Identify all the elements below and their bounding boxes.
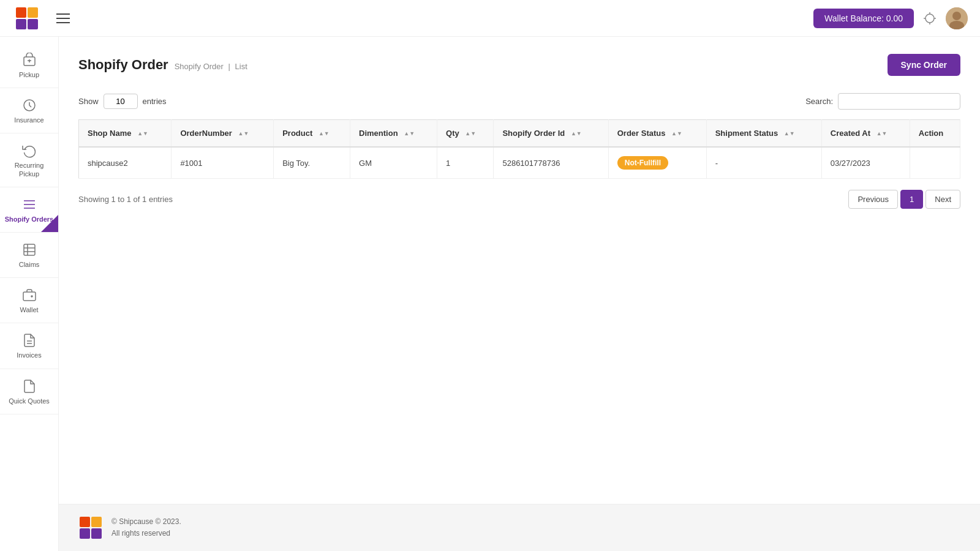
status-badge: Not-Fullfill (617, 156, 668, 170)
svg-rect-1 (28, 7, 38, 18)
footer-logo (78, 515, 103, 540)
sort-icon-product: ▲▼ (318, 131, 330, 137)
svg-point-24 (31, 296, 32, 297)
sidebar-label-pickup: Pickup (19, 71, 39, 79)
col-product[interactable]: Product ▲▼ (274, 120, 350, 148)
sidebar-item-pickup[interactable]: Pickup (0, 43, 58, 88)
footer-text: © Shipcause © 2023. All rights reserved (111, 516, 181, 539)
col-qty[interactable]: Qty ▲▼ (437, 120, 494, 148)
sidebar-item-invoices[interactable]: Invoices (0, 323, 58, 369)
cell-shipment-status: - (706, 147, 821, 179)
svg-rect-23 (23, 292, 36, 301)
col-action: Action (910, 120, 960, 148)
sidebar-label-claims: Claims (19, 261, 40, 269)
svg-point-4 (925, 14, 934, 23)
cell-order-status: Not-Fullfill (608, 147, 706, 179)
sidebar-label-invoices: Invoices (17, 351, 41, 359)
table-controls: Show entries Search: (78, 93, 960, 110)
sync-order-button[interactable]: Sync Order (888, 54, 960, 76)
col-order-status[interactable]: Order Status ▲▼ (608, 120, 706, 148)
cell-shop-name: shipcause2 (79, 147, 172, 179)
col-shipment-status[interactable]: Shipment Status ▲▼ (706, 120, 821, 148)
svg-rect-0 (16, 7, 26, 18)
main-content: Shopify Order Shopify Order | List Sync … (59, 37, 980, 551)
header-right: Wallet Balance: 0.00 (813, 7, 968, 29)
menu-toggle-button[interactable] (54, 11, 72, 26)
content-area: Shopify Order Shopify Order | List Sync … (59, 37, 980, 504)
cell-product: Big Toy. (274, 147, 350, 179)
cell-shopify-order-id: 5286101778736 (494, 147, 608, 179)
svg-rect-27 (80, 517, 90, 527)
previous-button[interactable]: Previous (848, 190, 898, 209)
footer-rights: All rights reserved (111, 528, 181, 539)
sidebar-label-wallet: Wallet (20, 306, 38, 314)
svg-rect-2 (16, 19, 26, 29)
logo (12, 4, 42, 33)
cell-dimention: GM (350, 147, 437, 179)
quick-quotes-icon (21, 378, 38, 395)
sort-icon-created-at: ▲▼ (876, 131, 888, 137)
sidebar-label-recurring-pickup: Recurring Pickup (4, 162, 55, 178)
sidebar-item-claims[interactable]: Claims (0, 233, 58, 278)
svg-point-10 (952, 12, 961, 20)
crosshair-icon[interactable] (921, 10, 938, 27)
showing-text: Showing 1 to 1 of 1 entries (78, 195, 173, 204)
wallet-icon (21, 287, 38, 304)
sidebar-label-quick-quotes: Quick Quotes (9, 397, 50, 405)
recurring-pickup-icon (21, 142, 38, 159)
svg-rect-19 (24, 244, 35, 255)
sort-icon-qty: ▲▼ (465, 131, 476, 137)
svg-rect-29 (80, 528, 90, 539)
search-input[interactable] (838, 93, 960, 110)
sort-icon-shop-name: ▲▼ (137, 131, 148, 137)
svg-rect-3 (28, 19, 38, 29)
shopify-orders-icon (21, 196, 38, 213)
sidebar-item-insurance[interactable]: Insurance (0, 88, 58, 133)
layout: Pickup Insurance Recurring Pickup (0, 37, 980, 551)
invoices-icon (21, 332, 38, 349)
sidebar-item-shopify-orders[interactable]: Shopify Orders (0, 187, 58, 233)
svg-rect-30 (91, 528, 102, 539)
sidebar-item-recurring-pickup[interactable]: Recurring Pickup (0, 133, 58, 187)
sidebar-item-quick-quotes[interactable]: Quick Quotes (0, 369, 58, 414)
sidebar-label-shopify-orders: Shopify Orders (5, 216, 53, 223)
entries-label: entries (143, 97, 167, 106)
cell-action (910, 147, 960, 179)
cell-qty: 1 (437, 147, 494, 179)
show-label: Show (78, 97, 99, 106)
breadcrumb-home[interactable]: Shopify Order (175, 62, 224, 71)
col-created-at[interactable]: Created At ▲▼ (821, 120, 910, 148)
pagination-row: Showing 1 to 1 of 1 entries Previous 1 N… (78, 190, 960, 209)
sort-icon-order-status: ▲▼ (671, 131, 682, 137)
wallet-balance-button[interactable]: Wallet Balance: 0.00 (813, 9, 914, 28)
col-order-number[interactable]: OrderNumber ▲▼ (172, 120, 274, 148)
page-title: Shopify Order (78, 57, 168, 73)
col-shopify-order-id[interactable]: Shopify Order Id ▲▼ (494, 120, 608, 148)
page-1-button[interactable]: 1 (900, 190, 923, 209)
footer-copyright: © Shipcause © 2023. (111, 516, 181, 528)
avatar[interactable] (946, 7, 968, 29)
search-box: Search: (805, 93, 960, 110)
table-row: shipcause2 #1001 Big Toy. GM 1 528610177… (79, 147, 960, 179)
col-dimention[interactable]: Dimention ▲▼ (350, 120, 437, 148)
cell-created-at: 03/27/2023 (821, 147, 910, 179)
pagination: Previous 1 Next (848, 190, 960, 209)
footer: © Shipcause © 2023. All rights reserved (59, 504, 980, 551)
next-button[interactable]: Next (925, 190, 960, 209)
data-table: Shop Name ▲▼ OrderNumber ▲▼ Product ▲▼ D… (78, 119, 960, 179)
sort-icon-dimention: ▲▼ (404, 131, 415, 137)
sidebar: Pickup Insurance Recurring Pickup (0, 37, 59, 551)
claims-icon (21, 241, 38, 258)
sidebar-item-wallet[interactable]: Wallet (0, 278, 58, 323)
svg-rect-28 (91, 517, 102, 527)
show-entries: Show entries (78, 94, 167, 109)
insurance-icon (21, 97, 38, 114)
col-shop-name[interactable]: Shop Name ▲▼ (79, 120, 172, 148)
page-title-left: Shopify Order Shopify Order | List (78, 57, 247, 73)
search-label: Search: (805, 97, 833, 106)
pickup-icon (21, 51, 38, 69)
header-left (12, 4, 72, 33)
sort-icon-shipment-status: ▲▼ (784, 131, 795, 137)
sidebar-label-insurance: Insurance (14, 116, 43, 124)
entries-input[interactable] (104, 94, 138, 109)
